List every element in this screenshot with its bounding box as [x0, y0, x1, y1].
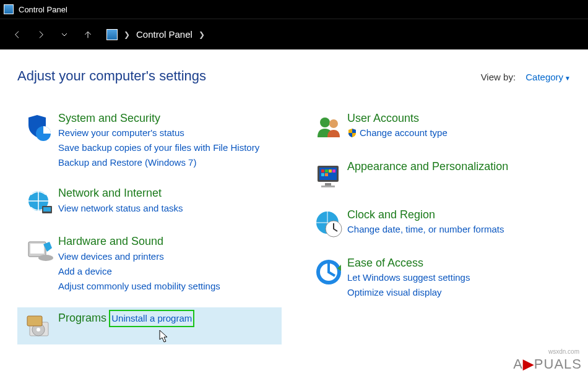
nav-toolbar: ❯ Control Panel ❯: [0, 19, 588, 49]
category-hardware: Hardware and Sound View devices and prin…: [17, 232, 282, 296]
left-column: System and Security Review your computer…: [17, 109, 282, 356]
control-panel-icon: [4, 4, 14, 14]
svg-rect-19: [321, 173, 324, 176]
svg-rect-5: [30, 244, 44, 254]
category-columns: System and Security Review your computer…: [17, 109, 571, 356]
appearance-icon: [310, 160, 347, 192]
category-appearance: Appearance and Personalization: [306, 157, 571, 194]
sub-link[interactable]: Adjust commonly used mobility settings: [58, 279, 278, 294]
breadcrumb-crumb[interactable]: Control Panel: [136, 29, 192, 40]
svg-rect-16: [325, 169, 328, 173]
system-security-icon: [21, 111, 58, 143]
right-column: User Accounts Change account type Appear…: [306, 109, 571, 356]
back-button[interactable]: [7, 25, 27, 45]
svg-rect-22: [321, 186, 335, 187]
svg-point-12: [329, 119, 338, 128]
network-icon: [21, 186, 58, 218]
address-bar[interactable]: ❯ Control Panel ❯: [106, 29, 205, 40]
chevron-down-icon: ▼: [564, 75, 571, 82]
sub-link-uninstall[interactable]: Uninstall a program: [111, 313, 192, 323]
view-by-dropdown[interactable]: Category▼: [525, 72, 571, 82]
svg-rect-20: [325, 173, 328, 176]
recent-locations-dropdown[interactable]: [54, 25, 74, 45]
clock-region-icon: [310, 208, 347, 240]
sub-link[interactable]: Save backup copies of your files with Fi…: [58, 140, 278, 155]
sub-link[interactable]: Add a device: [58, 264, 278, 279]
svg-rect-10: [27, 316, 42, 326]
uac-shield-icon: [347, 128, 357, 138]
control-panel-icon: [106, 29, 118, 40]
watermark: A▶PUALS: [513, 356, 582, 372]
watermark-small: wsxdn.com: [548, 348, 579, 355]
category-user-accounts: User Accounts Change account type: [306, 109, 571, 146]
sub-link[interactable]: Backup and Restore (Windows 7): [58, 155, 278, 170]
svg-point-9: [37, 328, 40, 331]
sub-link[interactable]: Let Windows suggest settings: [347, 270, 567, 285]
up-button[interactable]: [78, 25, 98, 45]
svg-rect-18: [332, 169, 335, 173]
chevron-right-icon[interactable]: ❯: [199, 30, 205, 39]
svg-point-6: [38, 255, 53, 261]
view-by-control: View by: Category▼: [481, 72, 571, 82]
svg-rect-3: [43, 207, 51, 212]
programs-icon: [21, 310, 58, 342]
view-by-label: View by:: [481, 72, 516, 82]
category-clock-region: Clock and Region Change date, time, or n…: [306, 205, 571, 242]
category-programs: Programs Uninstall a program: [17, 307, 282, 344]
user-accounts-icon: [310, 111, 347, 143]
sub-link[interactable]: Change account type: [360, 126, 447, 140]
category-system-security: System and Security Review your computer…: [17, 109, 282, 173]
category-title[interactable]: Clock and Region: [347, 208, 435, 221]
sub-link[interactable]: Optimize visual display: [347, 285, 567, 300]
page-heading: Adjust your computer's settings: [17, 68, 206, 84]
category-title[interactable]: User Accounts: [347, 112, 419, 124]
sub-link[interactable]: Review your computer's status: [58, 126, 278, 140]
window-title: Control Panel: [19, 5, 67, 14]
sub-link[interactable]: View network status and tasks: [58, 201, 278, 216]
svg-point-11: [320, 118, 330, 127]
svg-rect-21: [325, 183, 331, 186]
sub-link[interactable]: Change date, time, or number formats: [347, 222, 567, 237]
category-title[interactable]: Programs: [58, 312, 106, 324]
highlight-box: Uninstall a program: [109, 310, 194, 327]
content-area: Adjust your computer's settings View by:…: [0, 49, 588, 376]
svg-rect-15: [321, 169, 324, 173]
svg-rect-17: [329, 169, 332, 173]
chevron-right-icon[interactable]: ❯: [124, 30, 130, 39]
forward-button[interactable]: [31, 25, 51, 45]
content-header: Adjust your computer's settings View by:…: [17, 68, 571, 84]
hardware-icon: [21, 234, 58, 267]
category-ease-of-access: Ease of Access Let Windows suggest setti…: [306, 254, 571, 302]
category-title[interactable]: Network and Internet: [58, 187, 162, 199]
category-title[interactable]: Appearance and Personalization: [347, 160, 508, 173]
category-title[interactable]: Hardware and Sound: [58, 235, 163, 247]
ease-of-access-icon: [310, 256, 347, 288]
sub-link[interactable]: View devices and printers: [58, 249, 278, 264]
category-network: Network and Internet View network status…: [17, 184, 282, 221]
category-title[interactable]: System and Security: [58, 112, 160, 124]
window-titlebar: Control Panel: [0, 0, 588, 19]
category-title[interactable]: Ease of Access: [347, 257, 423, 269]
